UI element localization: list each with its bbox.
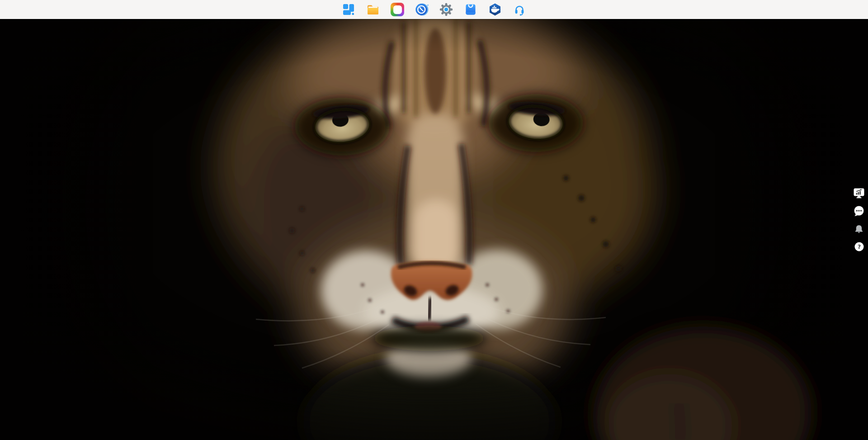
dock-item-support[interactable] <box>513 3 526 16</box>
monitor-chart-icon <box>853 188 865 199</box>
side-widget-panel: ? <box>853 188 865 252</box>
messages-widget[interactable] <box>853 205 865 217</box>
lynx-wallpaper <box>0 19 868 440</box>
help-glyph: ? <box>857 243 860 250</box>
notifications-widget[interactable] <box>854 224 864 235</box>
help-widget[interactable]: ? <box>854 241 864 252</box>
question-mark-icon: ? <box>854 241 864 252</box>
folder-icon <box>366 3 380 16</box>
taskbar <box>0 0 868 19</box>
dock <box>342 3 526 16</box>
bell-icon <box>854 224 864 235</box>
launcher-grid-icon <box>342 3 355 16</box>
dock-item-containers[interactable] <box>488 3 502 16</box>
dock-item-clock[interactable] <box>415 3 429 16</box>
dock-item-app-store[interactable] <box>464 3 477 16</box>
photo-album-icon <box>391 3 404 16</box>
desktop <box>0 19 868 440</box>
dock-item-album[interactable] <box>391 3 404 16</box>
gear-icon <box>439 3 453 16</box>
dock-item-settings[interactable] <box>439 3 453 16</box>
dock-item-file-manager[interactable] <box>366 3 380 16</box>
shopping-bag-icon <box>464 3 477 16</box>
chat-bubble-icon <box>853 205 865 217</box>
dock-item-launcher[interactable] <box>342 3 355 16</box>
clock-icon <box>415 3 429 16</box>
headset-icon <box>513 3 526 16</box>
docker-whale-icon <box>488 3 502 16</box>
screen-performance-widget[interactable] <box>853 188 865 199</box>
